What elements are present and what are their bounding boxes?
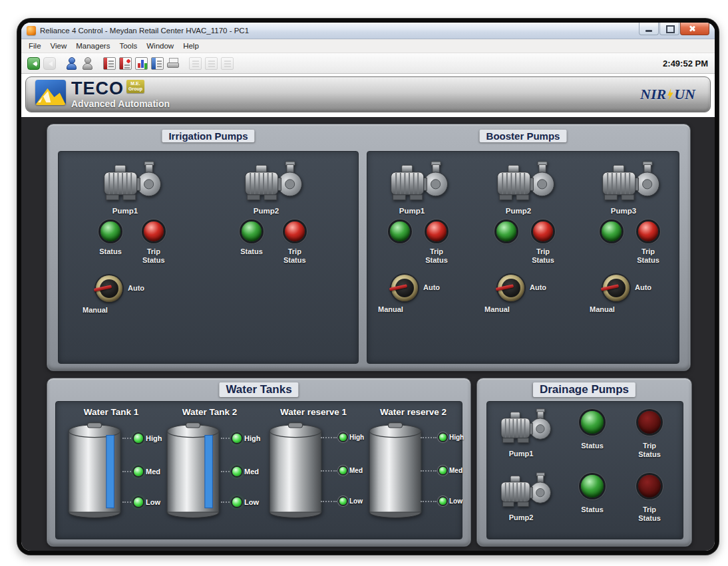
pump-status-light bbox=[581, 411, 604, 434]
dotted-connector bbox=[122, 501, 131, 503]
pump-trip-light bbox=[638, 221, 658, 241]
status-label: Status bbox=[240, 247, 263, 256]
menu-managers[interactable]: Managers bbox=[71, 41, 114, 51]
auto-manual-switch[interactable] bbox=[96, 275, 122, 302]
minimize-button[interactable] bbox=[639, 23, 659, 35]
pump-status-light bbox=[242, 221, 262, 241]
pump-name: Pump2 bbox=[482, 207, 572, 215]
script-1-button bbox=[187, 55, 203, 71]
trip-status-label: Trip Status bbox=[634, 247, 663, 264]
screenshot-root: Reliance 4 Control - Meydan Retail Cente… bbox=[0, 0, 728, 566]
logoff-user-icon bbox=[81, 57, 94, 70]
login-user-icon bbox=[65, 57, 78, 70]
med-label: Med bbox=[146, 468, 160, 476]
booster-pump3-switch-group: Auto Manual bbox=[588, 275, 668, 317]
tank-name: Water Tank 2 bbox=[161, 407, 258, 417]
back-icon bbox=[27, 57, 40, 70]
tank-icon bbox=[268, 420, 323, 520]
auto-manual-switch[interactable] bbox=[498, 275, 524, 301]
pump-trip-light bbox=[144, 221, 164, 241]
dotted-connector bbox=[221, 501, 230, 503]
irrigation-panel-body: Pump1 Status Trip Status bbox=[58, 151, 359, 364]
teco-badge-bottom: Group bbox=[128, 86, 142, 91]
low-label: Low bbox=[349, 497, 363, 505]
scada-canvas: Irrigation Pumps Pump1 Status bbox=[21, 117, 715, 551]
pump-icon bbox=[494, 161, 560, 205]
pump-icon bbox=[495, 408, 559, 447]
trip-status-label: Trip Status bbox=[280, 247, 309, 264]
logoff-user-button[interactable] bbox=[79, 55, 95, 71]
dotted-connector bbox=[421, 501, 437, 502]
trip-status-label: Trip Status bbox=[634, 442, 665, 458]
irrigation-switch-group: Auto Manual bbox=[81, 275, 161, 318]
high-level-light bbox=[439, 434, 447, 441]
print-button[interactable] bbox=[165, 55, 181, 71]
drainage-pump1-row: Pump1 Status Trip Status bbox=[487, 407, 683, 468]
high-level-light bbox=[232, 434, 242, 443]
irrigation-panel: Irrigation Pumps Pump1 Status bbox=[58, 130, 359, 364]
booster-panel: Booster Pumps Pump1 Trip Status bbox=[367, 130, 679, 364]
dotted-connector bbox=[321, 437, 337, 438]
menu-file[interactable]: File bbox=[24, 41, 46, 51]
drainage-pump2-row: Pump2 Status Trip Status bbox=[487, 471, 683, 532]
med-label: Med bbox=[349, 467, 363, 474]
booster-panel-body: Pump1 Trip Status bbox=[367, 151, 679, 364]
pump-name: Pump1 bbox=[375, 207, 466, 215]
auto-label: Auto bbox=[128, 284, 144, 292]
dotted-connector bbox=[421, 470, 437, 472]
teco-badge-top: M.E. bbox=[130, 81, 140, 86]
tank-level-bar bbox=[106, 436, 114, 508]
auto-manual-switch[interactable] bbox=[603, 275, 630, 301]
pump-icon bbox=[599, 161, 665, 205]
titlebar[interactable]: Reliance 4 Control - Meydan Retail Cente… bbox=[21, 23, 715, 39]
low-label: Low bbox=[146, 498, 160, 506]
close-button[interactable] bbox=[680, 23, 709, 35]
pump-name: Pump1 bbox=[77, 207, 190, 215]
maximize-button[interactable] bbox=[659, 23, 679, 35]
script-2-button bbox=[203, 55, 219, 71]
trends-button[interactable] bbox=[133, 55, 149, 71]
login-user-button[interactable] bbox=[63, 55, 79, 71]
script-3-icon bbox=[221, 57, 234, 70]
med-label: Med bbox=[449, 467, 462, 474]
med-level-light bbox=[134, 467, 143, 476]
low-label: Low bbox=[449, 497, 462, 505]
reports-icon bbox=[151, 57, 164, 70]
alarm-log-button[interactable] bbox=[101, 55, 117, 71]
trip-status-label: Trip Status bbox=[528, 247, 558, 264]
high-level-light bbox=[134, 434, 143, 443]
auto-manual-switch[interactable] bbox=[391, 275, 418, 301]
reports-button[interactable] bbox=[149, 55, 165, 71]
low-level-light bbox=[439, 497, 447, 505]
auto-label: Auto bbox=[530, 283, 546, 291]
print-icon bbox=[167, 57, 180, 70]
booster-pump2-group: Pump2 Trip Status bbox=[482, 161, 572, 317]
irrigation-pump2-group: Pump2 Status Trip Status bbox=[218, 161, 331, 264]
booster-pump3-group: Pump3 Trip Status bbox=[587, 161, 677, 317]
pump-status-light bbox=[581, 475, 604, 497]
alarm-log-icon bbox=[103, 57, 116, 70]
tank-icon bbox=[367, 420, 423, 520]
status-label: Status bbox=[99, 247, 122, 256]
irrigation-pump1-group: Pump1 Status Trip Status bbox=[77, 161, 190, 264]
menu-view[interactable]: View bbox=[46, 41, 72, 51]
menu-window[interactable]: Window bbox=[142, 41, 178, 51]
back-button[interactable] bbox=[25, 55, 41, 71]
menubar: File View Managers Tools Window Help bbox=[21, 39, 715, 53]
tank-name: Water Tank 1 bbox=[63, 407, 160, 417]
pump-name: Pump3 bbox=[587, 207, 677, 215]
banner-row: TECO M.E. Group Advanced Automation NIR bbox=[21, 74, 715, 117]
high-label: High bbox=[349, 434, 364, 441]
pump-icon bbox=[495, 472, 559, 511]
event-log-button[interactable] bbox=[117, 55, 133, 71]
pump-trip-light bbox=[285, 221, 305, 241]
script-3-button bbox=[219, 55, 235, 71]
manual-label: Manual bbox=[378, 305, 403, 313]
pump-icon bbox=[387, 161, 454, 205]
high-label: High bbox=[244, 434, 260, 442]
drainage-title: Drainage Pumps bbox=[533, 382, 636, 397]
menu-tools[interactable]: Tools bbox=[114, 41, 142, 51]
nirsun-text-right: UN bbox=[674, 86, 695, 103]
menu-help[interactable]: Help bbox=[178, 41, 204, 51]
pump-trip-light bbox=[638, 475, 661, 497]
